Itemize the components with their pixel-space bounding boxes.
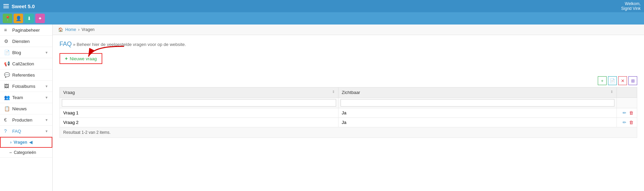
call2action-icon: 📢: [4, 61, 10, 66]
content-area: 🏠 Home › Vragen FAQ » Beheer hier de vee…: [53, 25, 644, 191]
page-content: FAQ » Beheer hier de veelgestelde vragen…: [53, 35, 644, 143]
row1-actions: ✏ 🗑: [617, 108, 637, 118]
row2-zichtbaar: Ja: [338, 118, 617, 127]
share-icon-btn[interactable]: ✦: [35, 14, 45, 23]
new-vraag-button[interactable]: + Nieuwe vraag: [59, 53, 102, 64]
new-button-container: + Nieuwe vraag: [59, 53, 102, 69]
blog-arrow-icon: ▼: [45, 51, 48, 54]
table-add-button[interactable]: +: [598, 76, 607, 85]
user-icon-btn[interactable]: 👤: [14, 14, 23, 23]
row1-delete-icon[interactable]: 🗑: [629, 110, 633, 115]
row2-actions: ✏ 🗑: [617, 118, 637, 127]
filter-vraag-input[interactable]: [62, 99, 336, 107]
top-bar: Sweet 5.0 Welkom, Sigrid Vink: [0, 0, 644, 12]
row2-delete-icon[interactable]: 🗑: [629, 120, 633, 125]
sidebar-item-call2action[interactable]: 📢 Call2action: [0, 58, 52, 69]
vragen-active-arrow: ◀: [29, 140, 32, 145]
page-title-row: FAQ » Beheer hier de veelgestelde vragen…: [59, 41, 637, 48]
sidebar-item-diensten[interactable]: ⚙ Diensten: [0, 36, 52, 47]
sort-arrows-vraag[interactable]: ⇕: [332, 90, 335, 94]
new-button-label: Nieuwe vraag: [70, 56, 97, 61]
sidebar-item-nieuws[interactable]: 📋 Nieuws: [0, 103, 52, 114]
producten-icon: €: [4, 117, 10, 123]
fotoalbums-icon: 🖼: [4, 83, 10, 89]
page-subtitle: Beheer hier de veelgestelde vragen voor …: [76, 42, 186, 47]
blog-icon: 📄: [4, 50, 10, 55]
row1-edit-icon[interactable]: ✏: [623, 110, 626, 115]
col-header-zichtbaar[interactable]: Zichtbaar ⇕: [338, 87, 617, 98]
sidebar-subitem-categorieen[interactable]: – Categorieën: [0, 148, 52, 158]
row1-zichtbaar: Ja: [338, 108, 617, 118]
filter-zichtbaar-cell: [338, 98, 617, 108]
row2-vraag: Vraag 2: [60, 118, 338, 127]
sidebar: ≡ Paginabeheer ⚙ Diensten 📄 Blog ▼ 📢 Cal…: [0, 25, 53, 191]
sidebar-item-referenties[interactable]: 💬 Referenties: [0, 69, 52, 81]
filter-vraag-cell: [60, 98, 338, 108]
breadcrumb-sep: ›: [78, 27, 80, 32]
breadcrumb: 🏠 Home › Vragen: [53, 25, 644, 35]
sidebar-item-blog[interactable]: 📄 Blog ▼: [0, 47, 52, 58]
nieuws-icon: 📋: [4, 106, 10, 111]
location-icon-btn[interactable]: 📍: [3, 14, 12, 23]
team-arrow-icon: ▼: [45, 96, 48, 99]
producten-arrow-icon: ▼: [45, 118, 48, 122]
fotoalbums-arrow-icon: ▼: [45, 84, 48, 88]
sidebar-item-paginabeheer[interactable]: ≡ Paginabeheer: [0, 25, 52, 36]
app-title-section: Sweet 5.0: [3, 3, 35, 9]
home-icon: 🏠: [58, 27, 63, 32]
diensten-icon: ⚙: [4, 38, 10, 44]
faq-arrow-icon: ▼: [45, 129, 48, 133]
page-title: FAQ: [59, 41, 72, 47]
breadcrumb-home[interactable]: Home: [65, 27, 76, 32]
sidebar-subitem-vragen[interactable]: › Vragen ◀: [0, 137, 52, 148]
referenties-icon: 💬: [4, 72, 10, 78]
sidebar-item-producten[interactable]: € Producten ▼: [0, 114, 52, 126]
plus-icon: +: [65, 56, 68, 61]
filter-actions-cell: [617, 98, 637, 108]
app-title: Sweet 5.0: [12, 3, 35, 9]
team-icon: 👥: [4, 95, 10, 100]
table-export-button[interactable]: 📄: [608, 76, 617, 85]
faq-icon: ?: [4, 128, 10, 134]
categorieen-bullet: –: [10, 150, 12, 155]
row1-vraag: Vraag 1: [60, 108, 338, 118]
sidebar-item-fotoalbums[interactable]: 🖼 Fotoalbums ▼: [0, 81, 52, 92]
hamburger-menu[interactable]: [3, 4, 9, 8]
paginabeheer-icon: ≡: [4, 27, 10, 33]
vragen-bullet: ›: [10, 140, 12, 145]
table-row: Vraag 1 Ja ✏ 🗑: [60, 108, 637, 118]
sort-arrows-zichtbaar[interactable]: ⇕: [610, 90, 613, 94]
filter-zichtbaar-input[interactable]: [341, 99, 615, 107]
sidebar-item-faq[interactable]: ? FAQ ▼: [0, 126, 52, 137]
main-layout: ≡ Paginabeheer ⚙ Diensten 📄 Blog ▼ 📢 Cal…: [0, 25, 644, 191]
table-delete-button[interactable]: ✕: [618, 76, 627, 85]
table-row: Vraag 2 Ja ✏ 🗑: [60, 118, 637, 127]
col-header-vraag[interactable]: Vraag ⇕: [60, 87, 338, 98]
table-columns-button[interactable]: ⊞: [628, 76, 637, 85]
result-info: Resultaat 1-2 van 2 items.: [59, 127, 637, 138]
icon-toolbar: 📍 👤 ⬇ ✦: [0, 12, 644, 25]
page-subtitle-arrow: »: [73, 42, 77, 47]
breadcrumb-current: Vragen: [82, 27, 94, 32]
col-header-actions: [617, 87, 637, 98]
row2-edit-icon[interactable]: ✏: [623, 120, 626, 125]
user-info: Welkom, Sigrid Vink: [621, 1, 641, 11]
download-icon-btn[interactable]: ⬇: [24, 14, 34, 23]
filter-row: [60, 98, 637, 108]
table-toolbar: + 📄 ✕ ⊞: [59, 76, 637, 85]
data-table: Vraag ⇕ Zichtbaar ⇕: [59, 87, 637, 127]
sidebar-item-team[interactable]: 👥 Team ▼: [0, 92, 52, 103]
